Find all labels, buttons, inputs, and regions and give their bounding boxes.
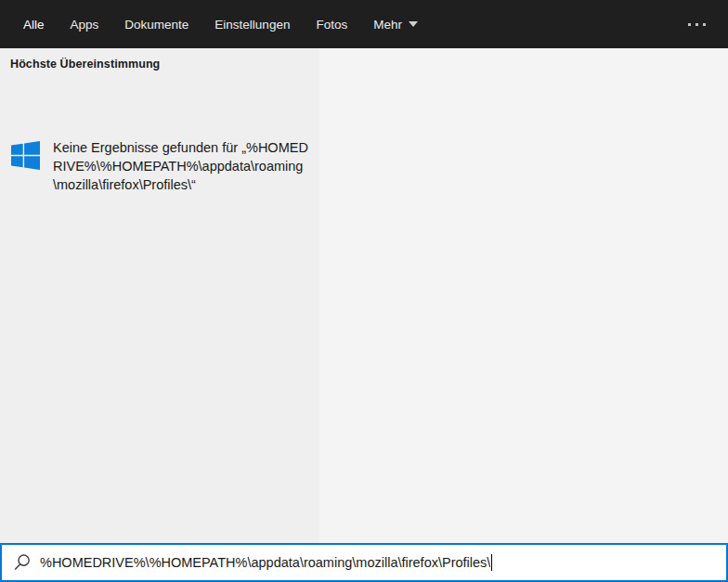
tab-mehr-label: Mehr [373,18,402,32]
tab-alle[interactable]: Alle [23,18,45,32]
no-results-item[interactable]: Keine Ergebnisse gefunden für „%HOMEDRIV… [11,138,314,194]
tab-apps[interactable]: Apps [71,18,99,32]
chevron-down-icon [409,21,418,27]
section-heading: Höchste Übereinstimmung [10,58,160,71]
ellipsis-icon [703,23,706,26]
tab-dokumente[interactable]: Dokumente [124,18,188,32]
more-options-button[interactable] [686,18,708,32]
windows-logo-icon [11,140,40,171]
no-results-text: Keine Ergebnisse gefunden für „%HOMEDRIV… [53,138,314,194]
tab-mehr-dropdown[interactable]: Mehr [373,18,418,32]
tab-fotos[interactable]: Fotos [316,18,347,32]
preview-panel [319,48,728,543]
tab-einstellungen[interactable]: Einstellungen [214,18,290,32]
search-icon [13,553,32,572]
ellipsis-icon [688,23,691,26]
search-input-value: %HOMEDRIVE%\%HOMEPATH%\appdata\roaming\m… [40,555,490,570]
ellipsis-icon [696,23,698,26]
search-filter-tabbar: Alle Apps Dokumente Einstellungen Fotos … [0,0,728,48]
search-input[interactable]: %HOMEDRIVE%\%HOMEPATH%\appdata\roaming\m… [0,543,728,582]
text-caret [491,554,492,571]
results-panel: Höchste Übereinstimmung Keine Ergebnisse… [0,48,319,543]
no-results-message: Keine Ergebnisse gefunden für [53,140,238,155]
